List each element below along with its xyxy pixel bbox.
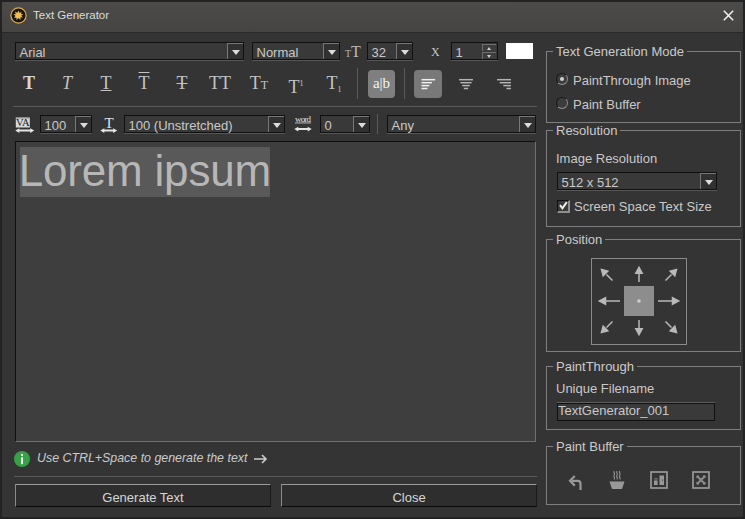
svg-text:word: word bbox=[295, 114, 312, 124]
svg-text:VA: VA bbox=[16, 117, 30, 128]
svg-text:T: T bbox=[104, 115, 113, 131]
